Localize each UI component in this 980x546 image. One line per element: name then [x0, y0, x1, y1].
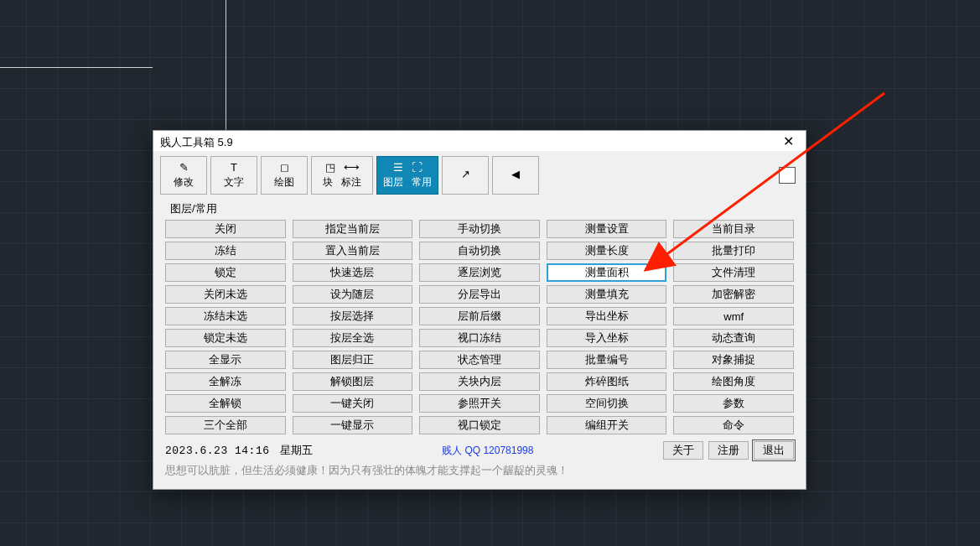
cmd-button[interactable]: 分层导出 — [419, 285, 540, 304]
cmd-button[interactable]: 当前目录 — [673, 220, 794, 238]
tab-block-dim[interactable]: ◳ ⟷ 块 标注 — [311, 156, 373, 195]
toolbar-spacer — [542, 156, 775, 195]
tab-label: 绘图 — [274, 175, 294, 190]
cmd-button[interactable]: 冻结未选 — [165, 307, 286, 325]
cmd-button[interactable]: 逐层浏览 — [419, 263, 540, 282]
cmd-button[interactable]: 测量长度 — [547, 242, 667, 260]
tab-label: 文字 — [224, 175, 244, 190]
cmd-button[interactable]: 关块内层 — [419, 372, 540, 391]
block-icon: ◳ — [325, 162, 335, 174]
register-button[interactable]: 注册 — [708, 441, 749, 460]
toolbar-checkbox[interactable] — [779, 167, 796, 184]
text-icon: T — [231, 162, 237, 174]
cmd-button[interactable]: 测量设置 — [547, 220, 667, 238]
cmd-button[interactable]: 指定当前层 — [293, 220, 413, 238]
tab-modify[interactable]: ✎ 修改 — [160, 156, 207, 195]
titlebar: 贱人工具箱 5.9 ✕ — [153, 131, 806, 151]
tab-label: 常用 — [412, 175, 432, 190]
author-link[interactable]: 贱人 QQ 120781998 — [442, 445, 533, 456]
cmd-button[interactable]: 全解冻 — [165, 372, 286, 391]
layer-icon: ☰ — [393, 162, 403, 174]
dim-icon: ⟷ — [344, 162, 360, 174]
cmd-button[interactable]: 测量填充 — [547, 285, 667, 304]
crosshair-vertical — [226, 0, 226, 132]
cmd-button[interactable]: 全显示 — [165, 351, 286, 369]
group-label: 图层/常用 — [153, 198, 806, 218]
crosshair-horizontal — [0, 67, 153, 68]
tab-text[interactable]: T 文字 — [210, 156, 257, 195]
rect-icon: ◻ — [280, 162, 289, 174]
cmd-button[interactable]: 参照开关 — [419, 394, 540, 413]
cmd-button[interactable]: wmf — [673, 307, 794, 325]
exit-button[interactable]: 退出 — [754, 441, 794, 460]
command-grid: 关闭指定当前层手动切换测量设置当前目录冻结置入当前层自动切换测量长度批量打印锁定… — [153, 218, 806, 439]
cmd-button[interactable]: 导入坐标 — [547, 329, 667, 347]
tab-expand[interactable]: ↗ — [442, 156, 489, 195]
footer-note: 思想可以肮脏，但生活必须健康！因为只有强壮的体魄才能支撑起一个龌龊的灵魂！ — [153, 461, 806, 483]
common-icon: ⛶ — [412, 162, 423, 174]
cmd-button[interactable]: 加密解密 — [673, 285, 794, 304]
cmd-button[interactable]: 空间切换 — [547, 394, 667, 413]
cmd-button[interactable]: 炸碎图纸 — [547, 372, 667, 391]
cmd-button[interactable]: 批量编号 — [547, 351, 667, 369]
tab-label: 修改 — [174, 175, 194, 190]
close-button[interactable]: ✕ — [775, 133, 801, 152]
pencil-icon: ✎ — [179, 162, 189, 174]
cmd-button[interactable]: 解锁图层 — [293, 372, 413, 391]
cmd-button[interactable]: 手动切换 — [419, 220, 540, 238]
cmd-button[interactable]: 锁定未选 — [165, 329, 286, 347]
cmd-button[interactable]: 快速选层 — [293, 263, 413, 282]
status-dow: 星期五 — [280, 443, 313, 458]
cmd-button[interactable]: 文件清理 — [673, 263, 794, 282]
cmd-button[interactable]: 自动切换 — [419, 242, 540, 260]
cmd-button[interactable]: 设为随层 — [293, 285, 413, 304]
cmd-button[interactable]: 对象捕捉 — [673, 351, 794, 369]
tab-label: 图层 — [383, 175, 403, 190]
cmd-button[interactable]: 测量面积 — [547, 263, 667, 282]
tab-label: 块 — [323, 175, 333, 190]
cmd-button[interactable]: 按层选择 — [293, 307, 413, 325]
cmd-button[interactable]: 导出坐标 — [547, 307, 667, 325]
cmd-button[interactable]: 一键关闭 — [293, 394, 413, 413]
cmd-button[interactable]: 批量打印 — [673, 242, 794, 260]
cmd-button[interactable]: 置入当前层 — [293, 242, 413, 260]
cmd-button[interactable]: 视口锁定 — [419, 416, 540, 434]
statusbar: 2023.6.23 14:16 星期五 贱人 QQ 120781998 关于 注… — [153, 439, 806, 461]
window-title: 贱人工具箱 5.9 — [158, 135, 233, 150]
cmd-button[interactable]: 一键显示 — [293, 416, 413, 434]
cmd-button[interactable]: 按层全选 — [293, 329, 413, 347]
expand-icon: ↗ — [461, 169, 470, 180]
triangle-left-icon: ◀ — [511, 169, 520, 180]
tab-label: 标注 — [341, 175, 361, 190]
tab-layer-common[interactable]: ☰ ⛶ 图层 常用 — [376, 156, 438, 195]
toolbox-window: 贱人工具箱 5.9 ✕ ✎ 修改 T 文字 ◻ 绘图 ◳ ⟷ 块 标注 — [153, 130, 806, 490]
cmd-button[interactable]: 状态管理 — [419, 351, 540, 369]
cmd-button[interactable]: 关闭未选 — [165, 285, 286, 304]
cmd-button[interactable]: 参数 — [673, 394, 794, 413]
status-datetime: 2023.6.23 14:16 — [165, 445, 270, 457]
cmd-button[interactable]: 动态查询 — [673, 329, 794, 347]
cmd-button[interactable]: 三个全部 — [165, 416, 286, 434]
tab-prev[interactable]: ◀ — [492, 156, 539, 195]
cmd-button[interactable]: 绘图角度 — [673, 372, 794, 391]
cmd-button[interactable]: 图层归正 — [293, 351, 413, 369]
toolbar: ✎ 修改 T 文字 ◻ 绘图 ◳ ⟷ 块 标注 ☰ ⛶ — [153, 151, 806, 198]
cmd-button[interactable]: 层前后缀 — [419, 307, 540, 325]
cmd-button[interactable]: 视口冻结 — [419, 329, 540, 347]
cmd-button[interactable]: 编组开关 — [547, 416, 667, 434]
cmd-button[interactable]: 命令 — [673, 416, 794, 434]
cmd-button[interactable]: 关闭 — [165, 220, 286, 238]
cmd-button[interactable]: 全解锁 — [165, 394, 286, 413]
cmd-button[interactable]: 冻结 — [165, 242, 286, 260]
about-button[interactable]: 关于 — [663, 441, 703, 460]
cmd-button[interactable]: 锁定 — [165, 263, 286, 282]
tab-draw[interactable]: ◻ 绘图 — [261, 156, 308, 195]
